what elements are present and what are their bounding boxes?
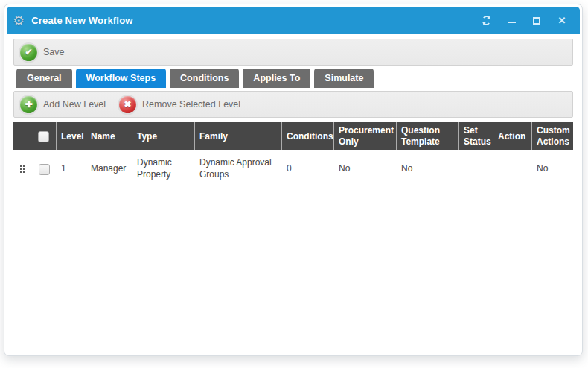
tab-general[interactable]: General: [16, 69, 72, 88]
window-title: Create New Workflow: [31, 15, 479, 26]
header-drag-column: [13, 122, 31, 150]
select-all-checkbox[interactable]: [38, 131, 49, 142]
save-button[interactable]: ✔ Save: [20, 44, 65, 61]
close-icon: ✕: [558, 15, 566, 26]
close-button[interactable]: ✕: [555, 13, 569, 28]
cell-set-status: [459, 150, 493, 188]
remove-selected-level-label: Remove Selected Level: [142, 99, 240, 110]
cell-conditions: 0: [282, 150, 334, 188]
minimize-icon: [508, 22, 516, 23]
drag-handle-icon[interactable]: [20, 165, 25, 173]
header-name: Name: [86, 122, 132, 150]
cell-action: [493, 150, 532, 188]
tab-conditions[interactable]: Conditions: [170, 69, 239, 88]
header-action: Action: [493, 122, 532, 150]
header-custom-actions: Custom Actions: [532, 122, 581, 150]
cell-type: Dynamic Property: [132, 150, 195, 188]
add-new-level-label: Add New Level: [43, 99, 106, 110]
tab-workflow-steps[interactable]: Workflow Steps: [76, 69, 167, 88]
header-procurement-only: Procurement Only: [334, 122, 397, 150]
create-new-workflow-dialog: ⚙ Create New Workflow: [4, 4, 583, 356]
cell-name: Manager: [86, 150, 132, 188]
refresh-button[interactable]: [479, 13, 493, 28]
header-level: Level: [57, 122, 86, 150]
save-button-label: Save: [43, 47, 65, 57]
row-checkbox[interactable]: [39, 164, 50, 175]
table-row[interactable]: 1 Manager Dynamic Property Dynamic Appro…: [13, 150, 573, 188]
cell-question-template: No: [397, 150, 459, 188]
maximize-button[interactable]: [529, 13, 544, 28]
header-type: Type: [132, 122, 195, 150]
gear-icon: ⚙: [13, 14, 25, 28]
cell-level: 1: [57, 150, 86, 188]
remove-selected-level-button[interactable]: ✖ Remove Selected Level: [119, 96, 240, 113]
tab-applies-to[interactable]: Applies To: [243, 69, 310, 88]
tab-strip: General Workflow Steps Conditions Applie…: [16, 69, 573, 88]
minimize-button[interactable]: [504, 13, 519, 28]
save-toolbar: ✔ Save: [13, 39, 573, 66]
add-plus-icon: ✚: [20, 96, 37, 113]
sync-arrows-icon: [481, 15, 492, 26]
header-checkbox-cell: [31, 122, 57, 150]
cell-family: Dynamic Approval Groups: [195, 150, 282, 188]
row-checkbox-cell: [31, 150, 57, 188]
maximize-icon: [533, 17, 540, 25]
add-new-level-button[interactable]: ✚ Add New Level: [20, 96, 106, 113]
remove-cross-icon: ✖: [119, 96, 136, 113]
header-family: Family: [195, 122, 282, 150]
tab-simulate[interactable]: Simulate: [314, 69, 374, 88]
titlebar[interactable]: ⚙ Create New Workflow: [7, 7, 580, 34]
header-question-template: Question Template: [397, 122, 459, 150]
save-check-icon: ✔: [20, 44, 37, 61]
cell-custom-actions: No: [532, 150, 581, 188]
row-drag-cell: [13, 150, 31, 188]
workflow-steps-table: Level Name Type Family Conditions Procur…: [13, 122, 573, 188]
table-header-row: Level Name Type Family Conditions Procur…: [13, 122, 573, 150]
header-set-status: Set Status: [459, 122, 493, 150]
header-conditions: Conditions: [282, 122, 334, 150]
cell-procurement-only: No: [334, 150, 397, 188]
level-toolbar: ✚ Add New Level ✖ Remove Selected Level: [13, 91, 573, 118]
